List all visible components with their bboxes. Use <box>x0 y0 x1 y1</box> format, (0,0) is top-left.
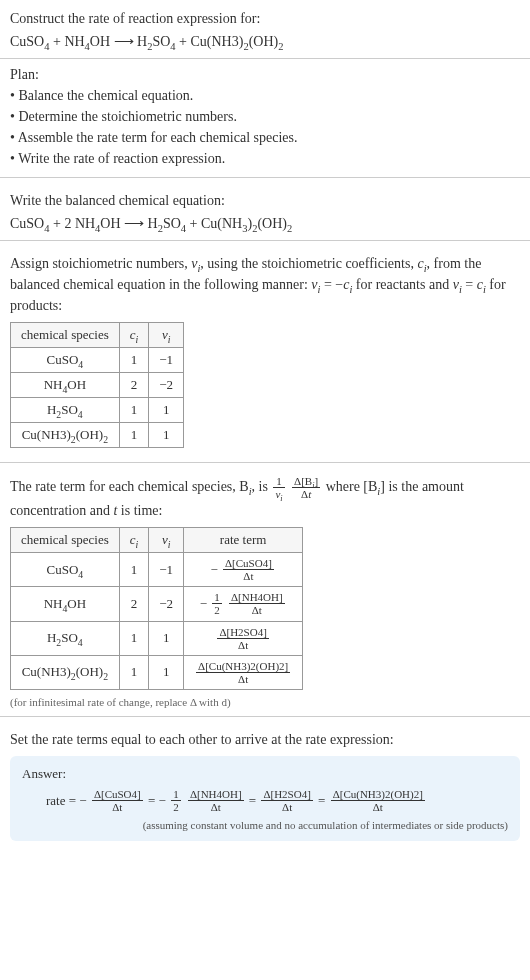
stoich-table: chemical species ci νi CuSO4 1 −1 NH4OH … <box>10 322 184 448</box>
answer-box: Answer: rate = − Δ[CuSO4]Δt = − 12 Δ[NH4… <box>10 756 520 841</box>
rate-frac: Δ[CuSO4]Δt <box>223 557 274 582</box>
table-row: CuSO4 1 −1 <box>11 348 184 373</box>
rate-frac: Δ[NH4OH]Δt <box>229 591 285 616</box>
table-row: Cu(NH3)2(OH)2 1 1 <box>11 423 184 448</box>
rate-cell: Δ[H2SO4]Δt <box>184 621 303 655</box>
ci-cell: 1 <box>119 423 149 448</box>
vi-cell: 1 <box>149 423 184 448</box>
vi-cell: −1 <box>149 553 184 587</box>
plan-item: • Assemble the rate term for each chemic… <box>10 127 520 148</box>
col-vi: νi <box>149 528 184 553</box>
species-cell: NH4OH <box>11 587 120 621</box>
species-cell: Cu(NH3)2(OH)2 <box>11 423 120 448</box>
rate-cell: − Δ[CuSO4]Δt <box>184 553 303 587</box>
ci-cell: 1 <box>119 621 149 655</box>
vi-cell: 1 <box>149 398 184 423</box>
stoich-section: Assign stoichiometric numbers, νi, using… <box>0 241 530 463</box>
prompt-text: Construct the rate of reaction expressio… <box>10 8 520 29</box>
term-prefix: − <box>79 793 86 808</box>
prompt-section: Construct the rate of reaction expressio… <box>0 0 530 59</box>
balanced-section: Write the balanced chemical equation: Cu… <box>0 178 530 241</box>
table-header-row: chemical species ci νi <box>11 323 184 348</box>
term-prefix: − <box>159 793 166 808</box>
species-cell: Cu(NH3)2(OH)2 <box>11 655 120 689</box>
term-frac: Δ[NH4OH]Δt <box>188 788 244 813</box>
eq-sep: = <box>318 793 329 808</box>
table-row: Cu(NH3)2(OH)2 1 1 Δ[Cu(NH3)2(OH)2]Δt <box>11 655 303 689</box>
col-ci: ci <box>119 528 149 553</box>
table-header-row: chemical species ci νi rate term <box>11 528 303 553</box>
final-intro: Set the rate terms equal to each other t… <box>10 729 520 750</box>
answer-note: (assuming constant volume and no accumul… <box>22 819 508 831</box>
species-cell: H2SO4 <box>11 398 120 423</box>
rate-frac: Δ[Cu(NH3)2(OH)2]Δt <box>196 660 290 685</box>
rate-label: rate = <box>46 793 79 808</box>
balanced-equation: CuSO4 + 2 NH4OH ⟶ H2SO4 + Cu(NH3)2(OH)2 <box>10 215 520 232</box>
prefix: − <box>200 596 207 611</box>
table-row: NH4OH 2 −2 <box>11 373 184 398</box>
ci-cell: 1 <box>119 398 149 423</box>
species-cell: CuSO4 <box>11 348 120 373</box>
intro-mid: , is <box>252 479 272 494</box>
species-cell: NH4OH <box>11 373 120 398</box>
plan-item: • Balance the chemical equation. <box>10 85 520 106</box>
rate-cell: Δ[Cu(NH3)2(OH)2]Δt <box>184 655 303 689</box>
col-ci: ci <box>119 323 149 348</box>
ci-cell: 1 <box>119 655 149 689</box>
plan-item: • Write the rate of reaction expression. <box>10 148 520 169</box>
col-species: chemical species <box>11 323 120 348</box>
rateterm-section: The rate term for each chemical species,… <box>0 463 530 717</box>
plan-section: Plan: • Balance the chemical equation. •… <box>0 59 530 178</box>
ci-cell: 1 <box>119 553 149 587</box>
vi-cell: −1 <box>149 348 184 373</box>
term-frac: Δ[Cu(NH3)2(OH)2]Δt <box>331 788 425 813</box>
final-section: Set the rate terms equal to each other t… <box>0 717 530 859</box>
coef-frac: 12 <box>212 591 222 616</box>
col-species: chemical species <box>11 528 120 553</box>
vi-cell: 1 <box>149 655 184 689</box>
rate-frac: Δ[H2SO4]Δt <box>217 626 268 651</box>
coef-frac: 12 <box>171 788 181 813</box>
ci-cell: 1 <box>119 348 149 373</box>
rateterm-intro: The rate term for each chemical species,… <box>10 475 520 521</box>
rateterm-table: chemical species ci νi rate term CuSO4 1… <box>10 527 303 690</box>
species-cell: CuSO4 <box>11 553 120 587</box>
frac-1-over-vi: 1νi <box>273 475 284 500</box>
rate-cell: − 12 Δ[NH4OH]Δt <box>184 587 303 621</box>
eq-sep: = <box>249 793 260 808</box>
vi-cell: 1 <box>149 621 184 655</box>
balanced-title: Write the balanced chemical equation: <box>10 190 520 211</box>
vi-cell: −2 <box>149 587 184 621</box>
table-row: H2SO4 1 1 Δ[H2SO4]Δt <box>11 621 303 655</box>
plan-item: • Determine the stoichiometric numbers. <box>10 106 520 127</box>
species-cell: H2SO4 <box>11 621 120 655</box>
term-frac: Δ[H2SO4]Δt <box>261 788 312 813</box>
term-frac: Δ[CuSO4]Δt <box>92 788 143 813</box>
table-row: CuSO4 1 −1 − Δ[CuSO4]Δt <box>11 553 303 587</box>
col-vi: νi <box>149 323 184 348</box>
rateterm-note: (for infinitesimal rate of change, repla… <box>10 696 520 708</box>
intro-pre: The rate term for each chemical species,… <box>10 479 249 494</box>
unbalanced-equation: CuSO4 + NH4OH ⟶ H2SO4 + Cu(NH3)2(OH)2 <box>10 33 520 50</box>
eq-sep: = <box>148 793 159 808</box>
answer-label: Answer: <box>22 766 508 782</box>
prefix: − <box>210 562 217 577</box>
table-row: H2SO4 1 1 <box>11 398 184 423</box>
frac-dBi-dt: Δ[Bi]Δt <box>292 475 320 500</box>
plan-title: Plan: <box>10 67 520 83</box>
answer-equation: rate = − Δ[CuSO4]Δt = − 12 Δ[NH4OH]Δt = … <box>22 788 508 813</box>
table-row: NH4OH 2 −2 − 12 Δ[NH4OH]Δt <box>11 587 303 621</box>
ci-cell: 2 <box>119 373 149 398</box>
vi-cell: −2 <box>149 373 184 398</box>
stoich-intro: Assign stoichiometric numbers, νi, using… <box>10 253 520 316</box>
col-rateterm: rate term <box>184 528 303 553</box>
ci-cell: 2 <box>119 587 149 621</box>
